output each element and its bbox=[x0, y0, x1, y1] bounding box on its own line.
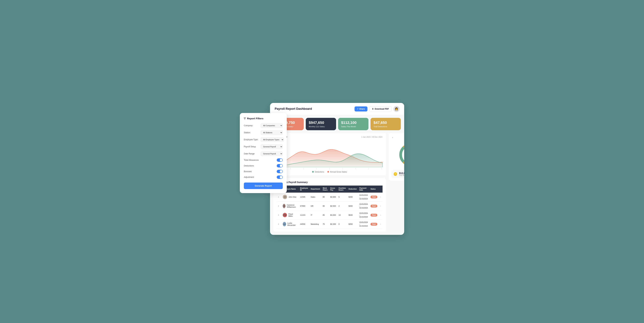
col-actions bbox=[379, 186, 382, 193]
employee-id: 12345 bbox=[299, 193, 309, 202]
paid-badge: Paid bbox=[370, 196, 377, 198]
row-menu-icon[interactable]: ≡ bbox=[380, 223, 381, 225]
employee-id: 44556 bbox=[299, 220, 309, 229]
this-month-deduction-label: This Month Deduction bbox=[399, 175, 404, 176]
deductions-toggle-row: Deductions bbox=[244, 164, 283, 167]
table-title: Employee Payroll Summary bbox=[277, 181, 382, 184]
status-cell: Paid bbox=[369, 202, 379, 211]
share-icon: ⤴ bbox=[357, 108, 358, 110]
header-actions: ⤴ Share ⬇ Download PDF 👩 bbox=[354, 106, 400, 112]
total-allowances-label: Total Allowances bbox=[244, 159, 259, 161]
overview-header: Overview 1 Jan 2024 / 30 Dec 2024 bbox=[277, 136, 382, 138]
deductions-label: Deductions bbox=[244, 165, 254, 167]
dashboard-title: Payroll Report Dashboard bbox=[275, 107, 312, 111]
gross-pay: $2,500 bbox=[329, 202, 337, 211]
legend-annual-gross: Annual Gross Salary bbox=[327, 171, 347, 173]
overtime-hours: 10 bbox=[337, 211, 347, 220]
status-cell: Paid bbox=[369, 193, 379, 202]
employee-name-cell: FM Floyd Miles bbox=[282, 211, 299, 220]
generate-report-button[interactable]: Generate Report bbox=[244, 183, 283, 189]
monthly-label: Monthly (12) Salary bbox=[309, 126, 333, 128]
filter-icon: ▽ bbox=[244, 117, 246, 120]
department: IT bbox=[310, 211, 322, 220]
adjustment-toggle[interactable] bbox=[277, 176, 283, 179]
paid-badge: Paid bbox=[370, 205, 377, 208]
deduction-amount: $12,000 bbox=[399, 172, 404, 175]
download-pdf-button[interactable]: ⬇ Download PDF bbox=[369, 106, 392, 112]
col-employee-id: Employee ID bbox=[299, 186, 309, 193]
table-row: 2 CW Cameron Williamson 67890 HR 80 $2,5… bbox=[277, 202, 382, 211]
chart-legend: Deductions Annual Gross Salary bbox=[277, 171, 382, 173]
employee-avatar: CW bbox=[283, 204, 286, 208]
deductions-toggle[interactable] bbox=[277, 164, 283, 167]
actions-cell: ≡ bbox=[379, 193, 382, 202]
status-cell: Paid bbox=[369, 211, 379, 220]
employee-name: Leslie Alexander bbox=[288, 222, 298, 226]
table-row: 1 JD John Doe 12345 Sales 80 $2,000 5 $3… bbox=[277, 193, 382, 202]
col-status: Status bbox=[369, 186, 379, 193]
prev-month-button[interactable]: ‹ bbox=[391, 136, 394, 139]
row-menu-icon[interactable]: ≡ bbox=[380, 196, 381, 198]
month-nav: ‹ Jan 2024 › bbox=[391, 136, 404, 139]
row-menu-icon[interactable]: ≡ bbox=[380, 214, 381, 216]
bonuses-label: Bonuses bbox=[244, 170, 252, 173]
actions-cell: ≡ bbox=[379, 202, 382, 211]
chart-x-axis: | | | | | | | | | bbox=[277, 168, 382, 169]
payment-date: 01/01/2024 - 01/15/2024 bbox=[358, 202, 369, 211]
salary-this-month-label: Salary This Month bbox=[341, 126, 366, 128]
work-hours: 80 bbox=[321, 193, 329, 202]
row-num: 1 bbox=[277, 193, 282, 202]
row-num: 2 bbox=[277, 202, 282, 211]
employee-name: Cameron Williamson bbox=[287, 204, 297, 208]
employee-name-cell: JD John Doe bbox=[282, 193, 299, 202]
deduction: $300 bbox=[347, 193, 358, 202]
gross-pay: $2,000 bbox=[329, 193, 337, 202]
overview-chart bbox=[277, 140, 382, 167]
payroll-setup-select[interactable]: General Payroll bbox=[260, 144, 283, 149]
donut-chart bbox=[397, 141, 404, 168]
employee-name: Floyd Miles bbox=[288, 213, 297, 217]
gross-pay: $3,000 bbox=[329, 211, 337, 220]
user-avatar[interactable]: 👩 bbox=[394, 106, 400, 112]
payment-date: 01/01/2024 - 01/15/2024 bbox=[358, 193, 369, 202]
payroll-setup-filter-row: Payroll Setup General Payroll bbox=[244, 144, 283, 149]
actions-cell: ≡ bbox=[379, 211, 382, 220]
payment-date: 01/01/2024 - 01/15/2024 bbox=[358, 211, 369, 220]
date-range-select[interactable]: General Payroll bbox=[260, 151, 283, 156]
station-select[interactable]: All Stations bbox=[260, 130, 283, 135]
station-label: Station: bbox=[244, 131, 260, 134]
col-payment-date: Payment Date bbox=[358, 186, 369, 193]
deduction-icon: 🪙 bbox=[393, 172, 398, 176]
total-deductions-value: $47,650 bbox=[374, 120, 398, 125]
left-panel: Overview 1 Jan 2024 / 30 Dec 2024 bbox=[273, 133, 386, 232]
date-range: 1 Jan 2024 / 30 Dec 2024 bbox=[362, 136, 382, 138]
col-deduction: Deduction bbox=[347, 186, 358, 193]
monthly-salary-card: ‹ Jan 2024 › bbox=[388, 133, 404, 181]
legend-deductions: Deductions bbox=[312, 171, 324, 173]
salary-this-month-value: $112,100 bbox=[341, 120, 366, 125]
employee-name-cell: CW Cameron Williamson bbox=[282, 202, 299, 211]
row-menu-icon[interactable]: ≡ bbox=[380, 205, 381, 207]
filters-title: ▽ Report Filters bbox=[244, 117, 283, 120]
employee-type-select[interactable]: All Employee Types bbox=[260, 137, 284, 142]
share-button[interactable]: ⤴ Share bbox=[354, 106, 368, 111]
paid-badge: Paid bbox=[370, 214, 377, 217]
col-overtime: Overtime Hours bbox=[337, 186, 347, 193]
department: HR bbox=[310, 202, 322, 211]
work-hours: 85 bbox=[321, 211, 329, 220]
bonuses-toggle[interactable] bbox=[277, 170, 283, 173]
gross-pay: $2,200 bbox=[329, 220, 337, 229]
dashboard: Payroll Report Dashboard ⤴ Share ⬇ Downl… bbox=[270, 103, 404, 235]
dashboard-header: Payroll Report Dashboard ⤴ Share ⬇ Downl… bbox=[270, 103, 404, 115]
legend-annual-gross-label: Annual Gross Salary bbox=[330, 171, 347, 173]
filters-panel: ▽ Report Filters Company: All Companies … bbox=[240, 113, 287, 193]
total-allowances-toggle[interactable] bbox=[277, 158, 283, 162]
stat-card-salary-this-month: $112,100 Salary This Month bbox=[338, 118, 368, 130]
department: Sales bbox=[310, 193, 322, 202]
stats-row: $1,769,750 Annual Gross Salary $947,650 … bbox=[270, 115, 404, 133]
company-select[interactable]: All Companies bbox=[260, 123, 283, 128]
employee-avatar: FM bbox=[283, 213, 287, 217]
row-num: 3 bbox=[277, 211, 282, 220]
employee-name: John Doe bbox=[288, 196, 296, 198]
annual-gross-dot bbox=[327, 171, 329, 173]
